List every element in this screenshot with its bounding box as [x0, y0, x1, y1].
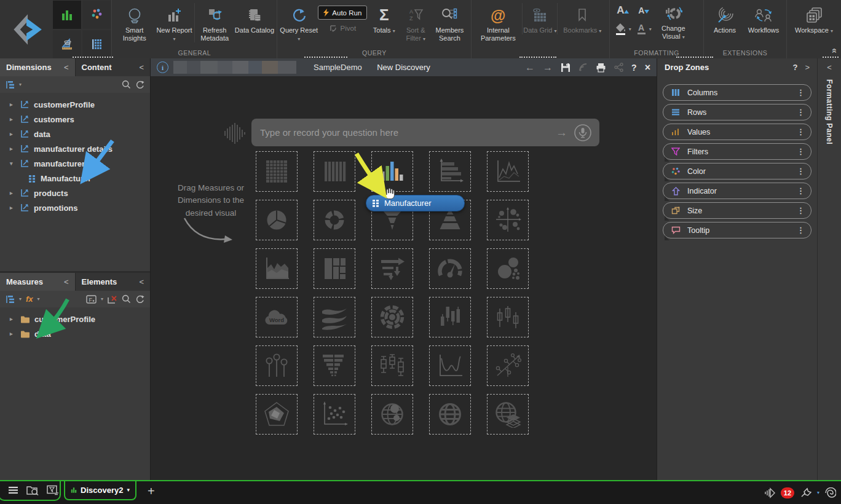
- clear-selection-icon[interactable]: [108, 295, 117, 304]
- visual-sunburst[interactable]: [371, 297, 413, 337]
- visual-table[interactable]: [256, 151, 298, 192]
- expander-icon[interactable]: ▾: [10, 160, 16, 167]
- visual-lollipop[interactable]: [256, 345, 298, 386]
- zone-menu-icon[interactable]: ⋮: [795, 147, 807, 156]
- collapse-measures-icon[interactable]: <: [64, 277, 69, 286]
- tree-item[interactable]: ▸ customers: [0, 112, 150, 127]
- tab-measures[interactable]: Measures <: [0, 273, 75, 291]
- visual-gauge[interactable]: [429, 248, 471, 289]
- expander-icon[interactable]: ▸: [10, 205, 16, 211]
- tile-hierarchy[interactable]: [82, 30, 111, 58]
- back-icon[interactable]: ←: [525, 62, 535, 73]
- zone-menu-icon[interactable]: ⋮: [795, 88, 807, 97]
- workspace-button[interactable]: Workspace ▾: [789, 3, 839, 34]
- zone-menu-icon[interactable]: ⋮: [795, 226, 807, 235]
- tree-item[interactable]: ▸ manufacturer details: [0, 141, 150, 156]
- pin-caret-icon[interactable]: ▾: [817, 490, 819, 495]
- tree-view-caret[interactable]: ▾: [19, 296, 22, 302]
- tree-item[interactable]: ▸ products: [0, 186, 150, 200]
- expander-icon[interactable]: ▸: [10, 131, 16, 137]
- collapse-ribbon-button[interactable]: «: [829, 48, 840, 53]
- tile-metric-set[interactable]: [53, 1, 81, 29]
- decrease-font-button[interactable]: A: [638, 6, 649, 15]
- formula-caret[interactable]: ▾: [38, 296, 40, 302]
- visual-bars[interactable]: [429, 151, 471, 192]
- expander-icon[interactable]: ▸: [10, 331, 16, 337]
- zone-menu-icon[interactable]: ⋮: [795, 167, 807, 176]
- microphone-icon[interactable]: [574, 124, 592, 142]
- visual-range-bars[interactable]: [429, 297, 471, 337]
- zone-menu-icon[interactable]: ⋮: [795, 186, 807, 195]
- smart-insights-button[interactable]: Smart Insights: [114, 3, 154, 42]
- discovery2-tab[interactable]: Discovery2 ▾: [64, 481, 136, 500]
- tree-view-caret[interactable]: ▾: [19, 82, 22, 87]
- visual-stream[interactable]: [314, 297, 355, 337]
- visual-scatter[interactable]: [314, 394, 355, 435]
- drop-zone-values[interactable]: Values ⋮: [663, 124, 811, 140]
- visual-box-plot[interactable]: [371, 345, 413, 386]
- tree-item-manufacturer[interactable]: Manufacturer: [0, 171, 150, 186]
- drop-zone-columns[interactable]: Columns ⋮: [663, 84, 811, 101]
- zone-menu-icon[interactable]: ⋮: [795, 206, 807, 215]
- open-formatting-panel-icon[interactable]: <: [827, 63, 832, 72]
- query-reset-button[interactable]: Query Reset ▾: [280, 3, 318, 42]
- increase-font-button[interactable]: A: [617, 4, 629, 17]
- change-visual-button[interactable]: Change Visual ▾: [654, 1, 692, 41]
- drop-zone-indicator[interactable]: Indicator ⋮: [663, 183, 811, 199]
- notification-badge[interactable]: 12: [781, 487, 794, 498]
- visual-bubble-cluster[interactable]: [487, 248, 529, 289]
- refresh-metadata-button[interactable]: Refresh Metadata: [194, 3, 235, 42]
- totals-button[interactable]: Σ Totals ▾: [368, 3, 401, 34]
- tab-content[interactable]: Content <: [75, 58, 151, 76]
- pin-icon[interactable]: [800, 487, 811, 498]
- visual-word-cloud[interactable]: Word: [256, 297, 298, 337]
- explore-icon[interactable]: [26, 485, 39, 495]
- close-icon[interactable]: ×: [645, 62, 650, 73]
- drop-zone-color[interactable]: Color ⋮: [663, 163, 811, 179]
- filter-view-icon[interactable]: [47, 485, 59, 495]
- tree-item[interactable]: ▸ data: [0, 127, 150, 141]
- visual-flow-arrows[interactable]: [371, 248, 413, 289]
- tree-item[interactable]: ▸ customerProfile: [0, 312, 150, 326]
- collapse-dimensions-icon[interactable]: <: [64, 63, 69, 72]
- collapse-content-icon[interactable]: <: [139, 63, 144, 72]
- tab-dimensions[interactable]: Dimensions <: [0, 58, 75, 76]
- drop-zone-filters[interactable]: Filters ⋮: [663, 143, 811, 160]
- tree-item[interactable]: ▸ customerProfile: [0, 97, 150, 112]
- question-input[interactable]: [259, 127, 556, 138]
- visual-quadrant-bubbles[interactable]: [487, 200, 529, 240]
- expander-icon[interactable]: ▸: [10, 316, 16, 322]
- drop-zone-rows[interactable]: Rows ⋮: [663, 104, 811, 120]
- drag-chip-manufacturer[interactable]: Manufacturer: [366, 195, 465, 211]
- visual-radar[interactable]: [256, 394, 298, 435]
- formula-fx-icon[interactable]: fx: [26, 294, 33, 304]
- visual-globe[interactable]: [429, 394, 471, 435]
- expander-icon[interactable]: ▸: [10, 190, 16, 196]
- bookmarks-button[interactable]: Bookmarks ▾: [557, 3, 607, 34]
- visual-columns[interactable]: [314, 151, 355, 192]
- feed-icon[interactable]: [578, 63, 588, 72]
- visual-donut[interactable]: [314, 200, 355, 240]
- new-tab-button[interactable]: +: [148, 484, 155, 498]
- collapse-elements-icon[interactable]: <: [139, 277, 144, 286]
- zone-menu-icon[interactable]: ⋮: [795, 127, 807, 136]
- formula-box-icon[interactable]: F: [86, 295, 97, 304]
- visual-point-chart[interactable]: [487, 345, 529, 386]
- data-catalog-button[interactable]: Data Catalog: [235, 3, 275, 34]
- members-search-button[interactable]: Members Search: [431, 3, 469, 42]
- tree-view-icon[interactable]: [6, 295, 15, 304]
- tree-item[interactable]: ▾ manufacturers: [0, 156, 150, 171]
- tile-slicer[interactable]: [53, 30, 81, 58]
- auto-run-toggle[interactable]: Auto Run: [318, 6, 367, 20]
- tile-data-cube[interactable]: [82, 1, 111, 29]
- search-icon[interactable]: [122, 294, 131, 304]
- internal-parameters-button[interactable]: @ Internal Parameters: [474, 3, 522, 42]
- actions-button[interactable]: Actions: [706, 3, 743, 34]
- tree-item[interactable]: ▸ data: [0, 326, 150, 341]
- app-logo[interactable]: [0, 0, 52, 58]
- visual-pie[interactable]: [256, 200, 298, 240]
- sort-filter-button[interactable]: AZ Sort & Filter ▾: [401, 3, 431, 42]
- visual-line-chart[interactable]: [487, 151, 529, 192]
- print-icon[interactable]: [596, 63, 606, 73]
- tree-view-icon[interactable]: [6, 81, 15, 89]
